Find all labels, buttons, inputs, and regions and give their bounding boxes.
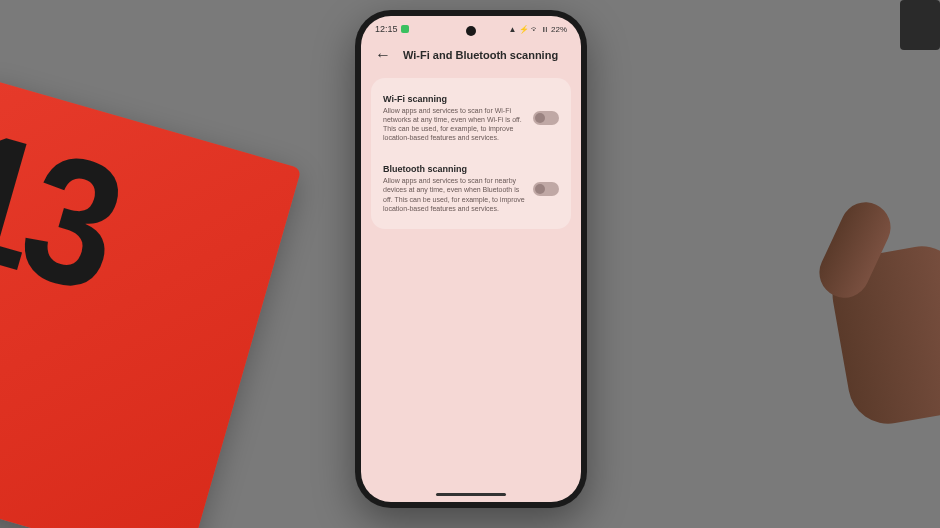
status-time: 12:15 xyxy=(375,24,398,34)
page-title: Wi-Fi and Bluetooth scanning xyxy=(403,49,558,61)
home-indicator[interactable] xyxy=(436,493,506,496)
bluetooth-scanning-desc: Allow apps and services to scan for near… xyxy=(383,176,525,212)
corner-object xyxy=(900,0,940,50)
page-header: ← Wi-Fi and Bluetooth scanning xyxy=(361,38,581,78)
back-arrow-icon[interactable]: ← xyxy=(375,46,391,64)
wifi-scanning-desc: Allow apps and services to scan for Wi-F… xyxy=(383,106,525,142)
battery-percent: 22% xyxy=(551,25,567,34)
box-number: 13 xyxy=(0,87,136,331)
status-icons: ▲ ⚡ ᯤ ⫴ xyxy=(508,25,549,34)
front-camera xyxy=(466,26,476,36)
wifi-scanning-row[interactable]: Wi-Fi scanning Allow apps and services t… xyxy=(383,90,559,146)
wifi-scanning-toggle[interactable] xyxy=(533,111,559,125)
wifi-scanning-title: Wi-Fi scanning xyxy=(383,94,525,104)
bluetooth-scanning-row[interactable]: Bluetooth scanning Allow apps and servic… xyxy=(383,160,559,216)
settings-card: Wi-Fi scanning Allow apps and services t… xyxy=(371,78,571,229)
bluetooth-scanning-title: Bluetooth scanning xyxy=(383,164,525,174)
product-box: 13 xyxy=(0,78,301,528)
bluetooth-scanning-toggle[interactable] xyxy=(533,182,559,196)
phone-screen: 12:15 ▲ ⚡ ᯤ ⫴ 22% ← Wi-Fi and Bluetooth … xyxy=(361,16,581,502)
phone-frame: 12:15 ▲ ⚡ ᯤ ⫴ 22% ← Wi-Fi and Bluetooth … xyxy=(355,10,587,508)
privacy-indicator-icon xyxy=(401,25,409,33)
